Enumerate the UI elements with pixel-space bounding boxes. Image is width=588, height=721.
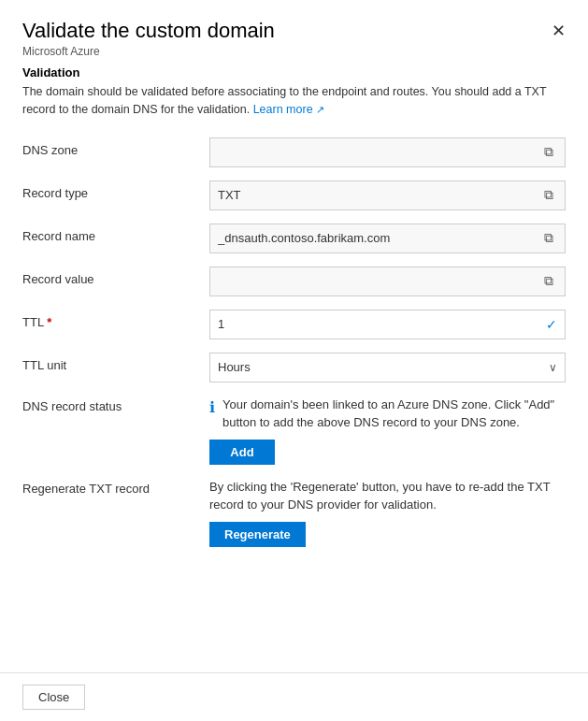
ttl-check-icon: ✓: [546, 317, 557, 332]
dns-zone-input-wrap: ⧉: [209, 137, 566, 167]
copy-icon: ⧉: [544, 144, 553, 160]
close-icon-button[interactable]: ✕: [552, 22, 566, 39]
ttl-label: TTL *: [22, 310, 209, 329]
regenerate-txt-label: Regenerate TXT record: [22, 478, 209, 496]
dialog-body: Validation The domain should be validate…: [0, 65, 588, 672]
record-name-row: Record name ⧉: [22, 224, 566, 253]
ttl-unit-row: TTL unit HoursMinutesSecondsDays ∨: [22, 353, 566, 382]
record-name-control: ⧉: [209, 224, 566, 253]
record-value-control: ⧉: [209, 267, 566, 296]
ttl-unit-control: HoursMinutesSecondsDays ∨: [209, 353, 566, 382]
add-button[interactable]: Add: [209, 440, 275, 465]
record-value-row: Record value ⧉: [22, 267, 566, 296]
ttl-control: 1 ✓: [209, 310, 566, 339]
close-icon: ✕: [552, 22, 566, 40]
dns-status-message: Your domain's been linked to an Azure DN…: [222, 396, 566, 432]
record-name-label: Record name: [22, 224, 209, 243]
regenerate-button[interactable]: Regenerate: [209, 522, 306, 547]
dns-record-status-row: DNS record status ℹ Your domain's been l…: [22, 396, 566, 465]
dns-record-status-control: ℹ Your domain's been linked to an Azure …: [209, 396, 566, 465]
record-type-row: Record type ⧉: [22, 180, 566, 210]
learn-more-link[interactable]: Learn more: [253, 103, 324, 116]
ttl-row: TTL * 1 ✓: [22, 310, 566, 339]
record-type-copy-button[interactable]: ⧉: [540, 185, 557, 205]
record-name-input-wrap: ⧉: [209, 224, 566, 253]
record-name-copy-button[interactable]: ⧉: [540, 228, 557, 248]
ttl-value: 1: [218, 317, 224, 331]
ttl-unit-select-wrap: HoursMinutesSecondsDays ∨: [209, 353, 566, 382]
record-value-label: Record value: [22, 267, 209, 286]
dns-zone-input[interactable]: [218, 145, 540, 159]
copy-icon: ⧉: [544, 230, 553, 246]
record-value-input-wrap: ⧉: [209, 267, 566, 296]
ttl-unit-select[interactable]: HoursMinutesSecondsDays: [218, 360, 549, 374]
validation-description: The domain should be validated before as…: [22, 83, 566, 119]
regenerate-row: Regenerate TXT record By clicking the 'R…: [22, 478, 566, 547]
dns-record-status-label: DNS record status: [22, 396, 209, 413]
ttl-required-marker: *: [47, 315, 51, 329]
record-type-input-wrap: ⧉: [209, 180, 566, 210]
copy-icon: ⧉: [544, 273, 553, 289]
regenerate-description: By clicking the 'Regenerate' button, you…: [209, 478, 566, 514]
ttl-unit-label: TTL unit: [22, 353, 209, 372]
info-icon: ℹ: [209, 397, 215, 419]
dns-status-info: ℹ Your domain's been linked to an Azure …: [209, 396, 566, 432]
record-value-input[interactable]: [218, 274, 540, 288]
dns-zone-copy-button[interactable]: ⧉: [540, 142, 557, 162]
record-type-control: ⧉: [209, 180, 566, 210]
dialog-subtitle: Microsoft Azure: [22, 45, 275, 58]
record-type-input[interactable]: [218, 188, 540, 202]
record-value-copy-button[interactable]: ⧉: [540, 271, 557, 291]
copy-icon: ⧉: [544, 187, 553, 203]
ttl-input-wrap: 1 ✓: [209, 310, 566, 339]
regenerate-control: By clicking the 'Regenerate' button, you…: [209, 478, 566, 547]
dialog-header: Validate the custom domain Microsoft Azu…: [0, 0, 588, 65]
dns-zone-row: DNS zone ⧉: [22, 137, 566, 167]
footer-close-button[interactable]: Close: [22, 685, 85, 710]
dialog: Validate the custom domain Microsoft Azu…: [0, 0, 588, 721]
dns-zone-label: DNS zone: [22, 137, 209, 157]
dns-zone-control: ⧉: [209, 137, 566, 167]
chevron-down-icon: ∨: [549, 361, 557, 374]
dialog-footer: Close: [0, 672, 588, 721]
record-type-label: Record type: [22, 180, 209, 200]
dialog-title: Validate the custom domain: [22, 19, 275, 43]
record-name-input[interactable]: [218, 231, 540, 245]
validation-section-label: Validation: [22, 65, 566, 79]
